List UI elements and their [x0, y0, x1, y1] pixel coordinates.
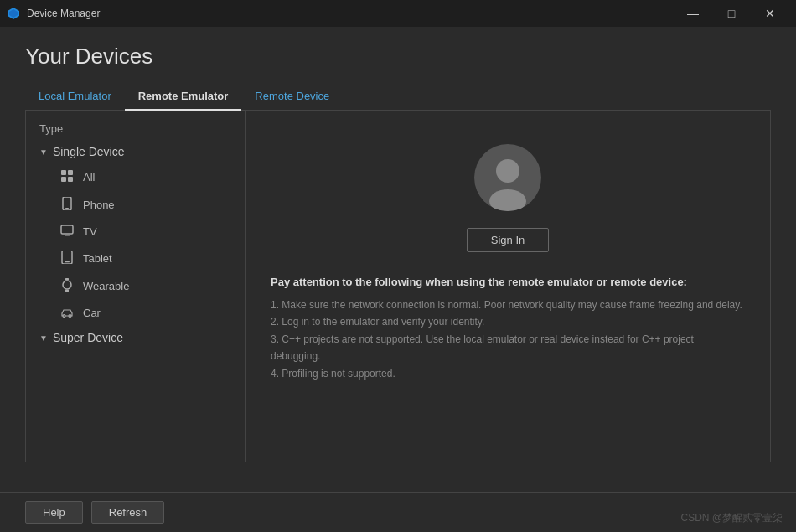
sidebar-item-phone[interactable]: Phone — [26, 191, 245, 219]
wearable-label: Wearable — [83, 280, 129, 292]
svg-point-12 — [63, 281, 71, 289]
svg-rect-2 — [61, 170, 66, 175]
tab-bar: Local Emulator Remote Emulator Remote De… — [25, 83, 771, 111]
sidebar-item-car[interactable]: Car — [26, 300, 245, 326]
footer: Help Refresh — [0, 492, 796, 532]
tab-local-emulator[interactable]: Local Emulator — [25, 83, 125, 111]
svg-point-18 — [489, 189, 526, 211]
notice-section: Pay attention to the following when usin… — [271, 276, 745, 382]
tv-label: TV — [83, 225, 97, 238]
notice-item-3: 3. C++ projects are not supported. Use t… — [271, 331, 745, 365]
wearable-icon — [59, 278, 75, 294]
app-title: Device Manager — [27, 8, 100, 19]
page-title: Your Devices — [25, 44, 771, 70]
chevron-right-icon: ▼ — [39, 333, 48, 343]
close-button[interactable]: ✕ — [751, 0, 789, 27]
tab-remote-emulator[interactable]: Remote Emulator — [125, 83, 242, 111]
refresh-button[interactable]: Refresh — [91, 501, 165, 524]
sidebar-item-wearable[interactable]: Wearable — [26, 272, 245, 300]
super-device-group[interactable]: ▼ Super Device — [26, 326, 245, 349]
tablet-icon — [59, 251, 75, 266]
svg-rect-4 — [61, 177, 66, 182]
avatar-icon — [474, 144, 541, 211]
svg-rect-11 — [65, 261, 70, 262]
sidebar-item-tv[interactable]: TV — [26, 219, 245, 245]
svg-rect-5 — [68, 177, 73, 182]
svg-rect-14 — [65, 290, 69, 292]
sidebar: Type ▼ Single Device All — [26, 111, 246, 462]
tablet-label: Tablet — [83, 252, 112, 265]
notice-item-1: 1. Make sure the network connection is n… — [271, 297, 745, 313]
super-device-label: Super Device — [53, 331, 123, 344]
all-icon — [59, 169, 75, 185]
svg-rect-8 — [61, 225, 73, 234]
title-bar: Device Manager — □ ✕ — [0, 0, 796, 27]
sign-in-button[interactable]: Sign In — [467, 228, 549, 252]
minimize-button[interactable]: — — [674, 0, 712, 27]
all-label: All — [83, 171, 95, 183]
phone-label: Phone — [83, 199, 115, 211]
main-content: Your Devices Local Emulator Remote Emula… — [0, 27, 796, 462]
svg-rect-7 — [65, 208, 69, 209]
maximize-button[interactable]: □ — [712, 0, 751, 27]
sidebar-item-all[interactable]: All — [26, 163, 245, 191]
notice-item-2: 2. Log in to the emulator and verify you… — [271, 313, 745, 330]
right-panel: Sign In Pay attention to the following w… — [246, 111, 770, 462]
watermark: CSDN @梦醒贰零壹柒 — [680, 511, 783, 525]
car-icon — [59, 306, 75, 320]
app-icon — [7, 7, 20, 20]
svg-rect-13 — [65, 278, 69, 281]
chevron-down-icon: ▼ — [39, 147, 48, 157]
help-button[interactable]: Help — [25, 501, 83, 524]
single-device-group[interactable]: ▼ Single Device — [26, 140, 245, 163]
svg-rect-9 — [65, 235, 70, 236]
notice-title: Pay attention to the following when usin… — [271, 276, 745, 288]
phone-icon — [59, 197, 75, 213]
avatar — [474, 144, 541, 211]
sidebar-item-tablet[interactable]: Tablet — [26, 245, 245, 272]
single-device-label: Single Device — [53, 145, 125, 158]
car-label: Car — [83, 307, 101, 319]
type-label: Type — [26, 117, 245, 140]
window-controls: — □ ✕ — [674, 0, 789, 27]
tab-remote-device[interactable]: Remote Device — [241, 83, 343, 111]
notice-item-4: 4. Profiling is not supported. — [271, 365, 745, 382]
svg-point-17 — [496, 159, 519, 183]
body-area: Type ▼ Single Device All — [25, 111, 771, 462]
tv-icon — [59, 225, 75, 239]
svg-rect-3 — [68, 170, 73, 175]
